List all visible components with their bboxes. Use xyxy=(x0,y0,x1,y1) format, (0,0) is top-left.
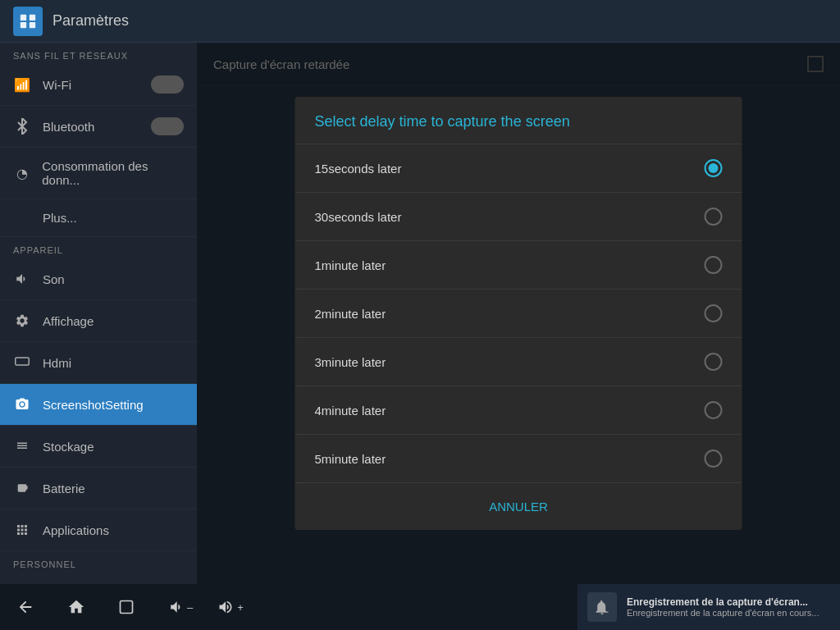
sidebar-item-batterie[interactable]: Batterie xyxy=(0,468,197,509)
header: Paramètres xyxy=(0,0,840,43)
home-button[interactable] xyxy=(67,598,85,616)
wifi-toggle[interactable] xyxy=(151,75,184,94)
sidebar-item-label: Batterie xyxy=(43,482,85,495)
radio-1m[interactable] xyxy=(705,256,723,274)
wifi-icon: 📶 xyxy=(13,75,31,94)
notification-subtitle: Enregistrement de la capture d'écran en … xyxy=(627,608,819,618)
sidebar-item-hdmi[interactable]: Hdmi xyxy=(0,342,197,384)
svg-rect-0 xyxy=(21,14,26,20)
svg-rect-3 xyxy=(30,21,35,27)
bluetooth-toggle[interactable] xyxy=(151,117,184,135)
hdmi-icon xyxy=(13,354,31,372)
content-area: Capture d'écran retardée Select delay ti… xyxy=(197,43,840,584)
option-1m-label: 1minute later xyxy=(315,258,386,272)
volume-controls: – + xyxy=(151,599,260,615)
option-3m[interactable]: 3minute later xyxy=(295,338,742,386)
option-3m-label: 3minute later xyxy=(315,355,386,369)
page-title: Paramètres xyxy=(52,12,129,30)
sidebar-item-wifi[interactable]: 📶 Wi-Fi xyxy=(0,64,197,106)
sidebar-item-label: ScreenshotSetting xyxy=(43,398,144,412)
volume-up-button[interactable]: + xyxy=(217,599,244,615)
svg-rect-6 xyxy=(121,601,133,614)
sidebar-item-screenshot[interactable]: ScreenshotSetting xyxy=(0,384,197,426)
dialog-options: 15seconds later 30seconds later 1minute … xyxy=(295,144,742,483)
section-label-reseau: SANS FIL ET RÉSEAUX xyxy=(0,43,197,64)
data-icon: ◔ xyxy=(13,164,30,182)
main-layout: SANS FIL ET RÉSEAUX 📶 Wi-Fi Bluetooth ◔ … xyxy=(0,43,840,584)
back-button[interactable] xyxy=(16,598,34,616)
svg-rect-1 xyxy=(30,14,35,20)
notification-area[interactable]: Enregistrement de la capture d'écran... … xyxy=(578,584,840,630)
screenshot-icon xyxy=(13,395,31,413)
recent-button[interactable] xyxy=(118,599,135,615)
sidebar-item-label: Stockage xyxy=(43,440,94,454)
radio-15s[interactable] xyxy=(705,159,723,177)
option-15s-label: 15seconds later xyxy=(315,162,402,176)
option-15s[interactable]: 15seconds later xyxy=(295,144,742,193)
cancel-button[interactable]: Annuler xyxy=(469,495,568,518)
sidebar-item-more[interactable]: Plus... xyxy=(0,199,197,237)
batterie-icon xyxy=(13,479,31,497)
radio-30s[interactable] xyxy=(705,208,723,226)
option-5m[interactable]: 5minute later xyxy=(295,435,742,483)
option-2m[interactable]: 2minute later xyxy=(295,290,742,338)
sidebar-item-localisation[interactable]: Services de localisation xyxy=(0,573,197,584)
radio-5m[interactable] xyxy=(705,450,723,468)
affichage-icon xyxy=(13,312,31,330)
sidebar: SANS FIL ET RÉSEAUX 📶 Wi-Fi Bluetooth ◔ … xyxy=(0,43,197,584)
sidebar-item-label: Affichage xyxy=(43,314,94,328)
sidebar-item-affichage[interactable]: Affichage xyxy=(0,300,197,342)
sidebar-item-label: Bluetooth xyxy=(43,120,94,134)
volume-down-icon: – xyxy=(187,601,193,614)
header-icon xyxy=(13,7,43,36)
svg-rect-4 xyxy=(16,358,30,365)
section-label-personnel: PERSONNEL xyxy=(0,551,197,573)
option-30s-label: 30seconds later xyxy=(315,210,402,224)
radio-4m[interactable] xyxy=(705,401,723,419)
sidebar-item-label: Hdmi xyxy=(43,356,71,370)
radio-3m[interactable] xyxy=(705,353,723,371)
notification-text: Enregistrement de la capture d'écran... … xyxy=(627,596,819,618)
sidebar-item-data[interactable]: ◔ Consommation des donn... xyxy=(0,148,197,199)
sidebar-item-label: Plus... xyxy=(43,211,77,225)
option-30s[interactable]: 30seconds later xyxy=(295,193,742,241)
delay-dialog: Select delay time to capture the screen … xyxy=(295,97,742,530)
bluetooth-icon xyxy=(13,117,31,135)
sidebar-item-stockage[interactable]: Stockage xyxy=(0,426,197,468)
option-2m-label: 2minute later xyxy=(315,307,386,321)
dialog-footer: Annuler xyxy=(295,483,742,530)
svg-point-5 xyxy=(21,403,25,407)
radio-2m[interactable] xyxy=(705,304,723,322)
sidebar-item-applications[interactable]: Applications xyxy=(0,509,197,551)
dialog-title: Select delay time to capture the screen xyxy=(295,97,742,144)
bottom-bar: – + Enregistrement de la capture d'écran… xyxy=(0,584,840,630)
applications-icon xyxy=(13,521,31,539)
sidebar-item-son[interactable]: Son xyxy=(0,258,197,300)
sidebar-item-label: Consommation des donn... xyxy=(42,159,184,187)
volume-down-button[interactable]: – xyxy=(167,599,193,615)
son-icon xyxy=(13,270,31,288)
option-4m[interactable]: 4minute later xyxy=(295,386,742,435)
sidebar-item-label: Applications xyxy=(43,523,109,537)
notification-icon xyxy=(587,592,617,622)
volume-up-icon: + xyxy=(237,601,244,614)
sidebar-item-label: Wi-Fi xyxy=(43,78,71,92)
sidebar-item-label: Son xyxy=(43,272,65,286)
option-5m-label: 5minute later xyxy=(315,452,386,466)
nav-buttons xyxy=(0,598,151,616)
section-label-appareil: APPAREIL xyxy=(0,237,197,258)
stockage-icon xyxy=(13,437,31,455)
option-1m[interactable]: 1minute later xyxy=(295,241,742,290)
option-4m-label: 4minute later xyxy=(315,404,386,418)
notification-title: Enregistrement de la capture d'écran... xyxy=(627,596,819,608)
svg-rect-2 xyxy=(21,21,26,27)
sidebar-item-bluetooth[interactable]: Bluetooth xyxy=(0,106,197,148)
